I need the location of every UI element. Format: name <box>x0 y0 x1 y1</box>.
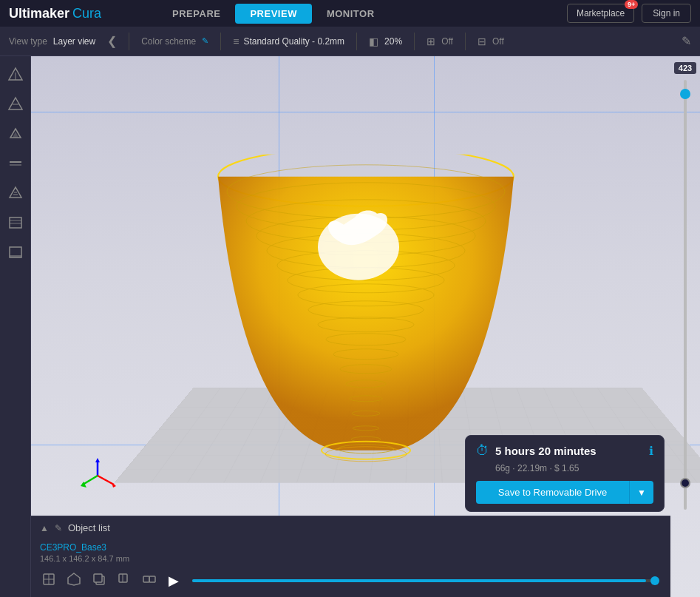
support-icon: ⊞ <box>427 36 435 47</box>
svg-rect-7 <box>10 164 21 166</box>
nav-preview[interactable]: PREVIEW <box>235 4 311 24</box>
info-icon[interactable]: ℹ <box>649 444 653 458</box>
slider-track[interactable] <box>684 80 687 510</box>
layer-number: 423 <box>674 62 696 74</box>
object-list-pen-icon: ✎ <box>55 523 62 533</box>
toolbar-divider-2 <box>220 33 221 50</box>
3d-object <box>207 154 525 468</box>
svg-marker-2 <box>9 98 22 109</box>
nav-prepare[interactable]: PREPARE <box>157 4 235 24</box>
view-type-chevron[interactable]: ❮ <box>107 34 117 48</box>
svg-rect-11 <box>10 217 21 228</box>
view-type-value: Layer view <box>53 36 95 47</box>
toolbar-divider-4 <box>414 33 415 50</box>
svg-line-43 <box>83 476 98 485</box>
support-value: Off <box>441 36 453 47</box>
svg-rect-15 <box>10 255 21 257</box>
tool-thickness-icon[interactable] <box>3 151 28 176</box>
svg-rect-6 <box>10 161 21 163</box>
object-list-header[interactable]: ▲ ✎ Object list <box>31 516 670 539</box>
guide-line-h1 <box>31 112 700 112</box>
obj-tools: ▶ <box>31 570 670 591</box>
print-time-row: ⏱ 5 hours 20 minutes ℹ <box>476 443 653 459</box>
adhesion-value: Off <box>492 36 504 47</box>
quality-label: Standard Quality - 0.2mm <box>243 36 344 47</box>
clock-icon: ⏱ <box>476 443 489 459</box>
object-list-label: Object list <box>68 522 110 533</box>
header: Ultimaker Cura PREPARE PREVIEW MONITOR M… <box>0 0 700 27</box>
infill-value: 20% <box>384 36 402 47</box>
adhesion-section: ⊟ Off <box>478 36 504 47</box>
marketplace-badge: 9+ <box>625 0 638 9</box>
infill-section: ◧ 20% <box>369 36 402 47</box>
toolbar-edit-icon[interactable]: ✎ <box>682 34 691 48</box>
object-details: CE3PRO_Base3 146.1 x 146.2 x 84.7 mm <box>31 539 670 570</box>
color-scheme-section: Color scheme ✎ <box>141 36 208 47</box>
view-3d-button[interactable] <box>40 570 58 591</box>
svg-rect-56 <box>149 576 155 582</box>
logo-cura: Cura <box>72 6 101 21</box>
layer-slider: 423 <box>670 56 700 516</box>
signin-button[interactable]: Sign in <box>642 4 691 23</box>
svg-marker-44 <box>95 458 100 462</box>
delete-button[interactable] <box>115 570 133 591</box>
print-time-value: 5 hours 20 minutes <box>495 445 597 457</box>
slider-thumb-bottom[interactable] <box>680 478 690 488</box>
print-info-panel: ⏱ 5 hours 20 minutes ℹ 66g · 22.19m · $ … <box>465 435 665 512</box>
logo: Ultimaker Cura <box>9 6 101 21</box>
adhesion-icon: ⊟ <box>478 36 486 47</box>
svg-rect-55 <box>143 576 149 582</box>
view-perspective-button[interactable] <box>65 570 83 591</box>
logo-ultimaker: Ultimaker <box>9 6 69 21</box>
main: 423 ▲ ✎ Object list CE3PRO_Base3 146.1 x… <box>0 56 700 597</box>
play-button[interactable]: ▶ <box>169 573 179 589</box>
copy-button[interactable] <box>90 570 108 591</box>
infill-icon: ◧ <box>369 36 378 47</box>
nav-monitor[interactable]: MONITOR <box>312 4 390 24</box>
toolbar: View type Layer view ❮ Color scheme ✎ ≡ … <box>0 27 700 56</box>
save-dropdown-button[interactable]: ▼ <box>629 481 653 504</box>
color-scheme-edit-icon[interactable]: ✎ <box>202 36 208 46</box>
object-name[interactable]: CE3PRO_Base3 <box>40 542 662 553</box>
tool-solid-icon[interactable] <box>3 62 28 87</box>
quality-icon: ≡ <box>233 36 239 47</box>
tool-feedrate-icon[interactable] <box>3 121 28 146</box>
print-stats: 66g · 22.19m · $ 1.65 <box>476 463 653 473</box>
header-right: Marketplace 9+ Sign in <box>567 4 691 23</box>
tool-xray-icon[interactable] <box>3 92 28 117</box>
bottom-panel: ▲ ✎ Object list CE3PRO_Base3 146.1 x 146… <box>31 516 670 597</box>
svg-line-42 <box>98 476 114 485</box>
save-btn-row: Save to Removable Drive ▼ <box>476 481 653 504</box>
view-type-label: View type <box>9 36 47 47</box>
svg-rect-52 <box>94 574 102 582</box>
save-button[interactable]: Save to Removable Drive <box>476 481 629 504</box>
progress-dot <box>650 576 659 585</box>
playback-progress[interactable] <box>192 579 656 582</box>
slider-thumb-top[interactable] <box>680 89 690 99</box>
merge-button[interactable] <box>140 570 158 591</box>
toolbar-divider-3 <box>356 33 357 50</box>
viewport[interactable]: 423 ▲ ✎ Object list CE3PRO_Base3 146.1 x… <box>31 56 700 597</box>
progress-fill <box>192 579 646 582</box>
tool-line-icon[interactable] <box>3 181 28 206</box>
tool-flow-icon[interactable] <box>3 210 28 235</box>
object-dims: 146.1 x 146.2 x 84.7 mm <box>40 554 662 563</box>
nav: PREPARE PREVIEW MONITOR <box>157 4 390 24</box>
marketplace-button[interactable]: Marketplace 9+ <box>567 4 634 23</box>
object-list-chevron: ▲ <box>40 523 49 533</box>
svg-marker-50 <box>68 573 80 585</box>
toolbar-divider-5 <box>465 33 466 50</box>
view-type-section: View type Layer view <box>9 36 95 47</box>
toolbar-divider-1 <box>129 33 129 50</box>
svg-marker-45 <box>112 482 116 488</box>
color-scheme-label: Color scheme <box>141 36 196 47</box>
quality-section: ≡ Standard Quality - 0.2mm <box>233 36 344 47</box>
tool-bottom-icon[interactable] <box>3 240 28 265</box>
support-section: ⊞ Off <box>427 36 453 47</box>
axis-indicator <box>75 453 120 501</box>
left-sidebar <box>0 56 31 597</box>
